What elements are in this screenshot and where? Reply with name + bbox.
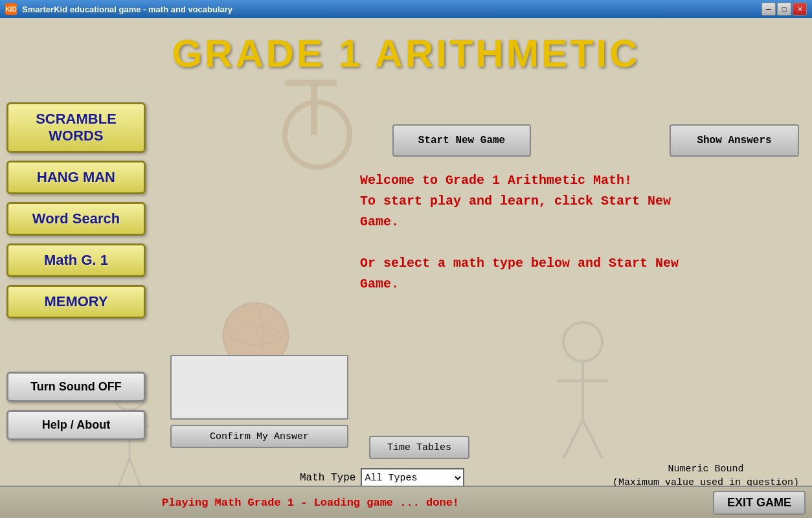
status-text: Playing Math Grade 1 - Loading game ... …	[6, 497, 713, 509]
math-type-label: Math Type	[300, 472, 355, 484]
welcome-line5: Game.	[360, 276, 399, 291]
sidebar-item-scramble-words[interactable]: SCRAMBLE WORDS	[6, 102, 146, 153]
window-controls: ─ □ ✕	[761, 3, 807, 16]
page-title: GRADE 1 ARITHMETIC	[0, 18, 812, 76]
app-icon: KID	[5, 3, 17, 15]
title-bar: KID SmarterKid educational game - math a…	[0, 0, 812, 18]
sound-toggle-button[interactable]: Turn Sound OFF	[6, 372, 146, 402]
math-type-row: Math Type All Types Addition Subtraction…	[300, 468, 464, 488]
welcome-line4: Or select a math type below and Start Ne…	[360, 256, 679, 271]
left-bottom-controls: Turn Sound OFF Help / About	[6, 372, 146, 440]
confirm-answer-button[interactable]: Confirm My Answer	[170, 425, 348, 448]
maximize-button[interactable]: □	[777, 3, 791, 16]
svg-rect-1	[311, 83, 317, 135]
sidebar-item-memory[interactable]: MEMORY	[6, 285, 146, 319]
math-type-select[interactable]: All Types Addition Subtraction Multiplic…	[361, 468, 464, 488]
close-button[interactable]: ✕	[793, 3, 807, 16]
svg-line-8	[583, 420, 602, 458]
welcome-line2: To start play and learn, click Start New	[360, 194, 671, 208]
bottom-bar: Playing Math Grade 1 - Loading game ... …	[0, 486, 812, 518]
svg-point-4	[563, 322, 602, 361]
sidebar: SCRAMBLE WORDS HANG MAN Word Search Math…	[6, 102, 146, 319]
numeric-bound-title: Numeric Bound	[613, 464, 799, 475]
start-new-game-button[interactable]: Start New Game	[392, 124, 531, 157]
sidebar-item-math-g1[interactable]: Math G. 1	[6, 243, 146, 277]
welcome-line1: Welcome to Grade 1 Arithmetic Math!	[360, 173, 632, 188]
help-about-button[interactable]: Help / About	[6, 410, 146, 440]
time-tables-button[interactable]: Time Tables	[369, 436, 469, 459]
sidebar-item-hang-man[interactable]: HANG MAN	[6, 161, 146, 194]
show-answers-button[interactable]: Show Answers	[670, 124, 799, 157]
window-title: SmarterKid educational game - math and v…	[22, 5, 756, 14]
minimize-button[interactable]: ─	[761, 3, 776, 16]
exit-game-button[interactable]: EXIT GAME	[713, 491, 806, 515]
svg-rect-2	[285, 80, 337, 86]
answer-area: Confirm My Answer	[170, 355, 348, 448]
svg-point-0	[285, 102, 350, 167]
welcome-message: Welcome to Grade 1 Arithmetic Math! To s…	[360, 170, 787, 295]
welcome-line3: Game.	[360, 214, 399, 229]
svg-line-7	[563, 420, 583, 458]
main-content: GRADE 1 ARITHMETIC SCRAMBLE WORDS HANG M…	[0, 18, 812, 518]
sidebar-item-word-search[interactable]: Word Search	[6, 202, 146, 236]
answer-input-box[interactable]	[170, 355, 348, 420]
